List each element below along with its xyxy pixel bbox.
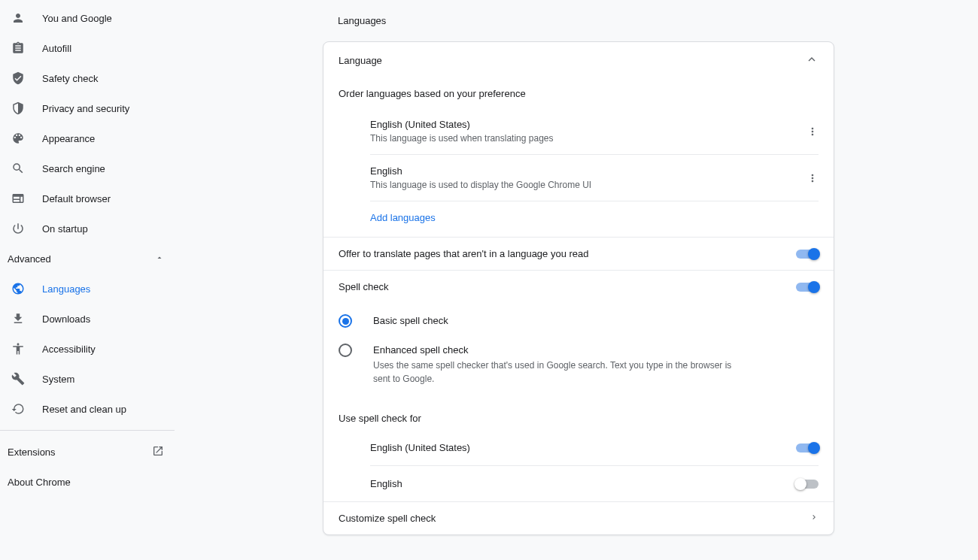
content-column: Languages Language Order languages based… (323, 15, 834, 535)
sidebar-item-label: Search engine (42, 163, 105, 174)
sidebar-item-label: Autofill (42, 43, 71, 54)
sidebar-item-label: System (42, 374, 74, 385)
person-icon (11, 11, 26, 26)
spellcheck-language-name: English (United States) (370, 442, 470, 453)
sidebar-item-system[interactable]: System (0, 364, 179, 394)
language-desc: This language is used to display the Goo… (370, 180, 591, 190)
spellcheck-language-name: English (370, 478, 402, 489)
language-name: English (United States) (370, 119, 554, 130)
restore-icon (11, 401, 26, 416)
radio-enhanced-desc: Uses the same spell checker that's used … (373, 359, 734, 386)
spellcheck-toggle[interactable] (796, 283, 819, 292)
use-spellcheck-for-label: Use spell check for (323, 405, 834, 430)
customize-spellcheck-label: Customize spell check (339, 513, 436, 524)
language-item: English (United States) This language is… (370, 108, 819, 155)
order-preference-text: Order languages based on your preference (323, 79, 834, 108)
language-header-label: Language (339, 55, 382, 66)
language-item: English This language is used to display… (370, 155, 819, 201)
sidebar-item-reset[interactable]: Reset and clean up (0, 394, 179, 424)
translate-offer-toggle[interactable] (796, 250, 819, 259)
sidebar-item-appearance[interactable]: Appearance (0, 123, 179, 153)
spellcheck-language-item: English (370, 466, 819, 501)
radio-basic-label: Basic spell check (373, 315, 448, 326)
sidebar-item-label: You and Google (42, 13, 112, 24)
sidebar-item-label: Reset and clean up (42, 404, 126, 415)
sidebar-item-label: Default browser (42, 193, 111, 204)
sidebar-item-label: Downloads (42, 313, 90, 325)
spellcheck-language-list: English (United States) English (323, 430, 834, 501)
language-desc: This language is used when translating p… (370, 133, 554, 144)
settings-sidebar: You and Google Autofill Safety check Pri… (0, 0, 179, 560)
spellcheck-lang-toggle[interactable] (796, 480, 819, 489)
shield-check-icon (11, 71, 26, 86)
sidebar-item-on-startup[interactable]: On startup (0, 213, 179, 244)
sidebar-item-label: Appearance (42, 133, 95, 144)
power-icon (11, 221, 26, 236)
palette-icon (11, 131, 26, 146)
sidebar-advanced-toggle[interactable]: Advanced (0, 244, 179, 274)
spellcheck-header-row: Spell check (323, 270, 834, 303)
chevron-right-icon (809, 513, 819, 524)
sidebar-item-safety-check[interactable]: Safety check (0, 63, 179, 93)
translate-offer-label: Offer to translate pages that aren't in … (339, 248, 589, 259)
sidebar-divider (0, 430, 175, 431)
radio-enhanced-spellcheck[interactable]: Enhanced spell check Uses the same spell… (339, 337, 819, 393)
sidebar-item-extensions[interactable]: Extensions (0, 437, 179, 467)
language-section-header[interactable]: Language (323, 42, 834, 79)
web-icon (11, 191, 26, 206)
radio-icon (339, 314, 354, 329)
sidebar-item-label: On startup (42, 223, 88, 235)
sidebar-item-label: Accessibility (42, 344, 96, 355)
translate-offer-row: Offer to translate pages that aren't in … (323, 237, 834, 270)
extensions-label: Extensions (8, 446, 56, 458)
sidebar-item-languages[interactable]: Languages (0, 274, 179, 304)
languages-card: Language Order languages based on your p… (323, 41, 834, 535)
advanced-label: Advanced (8, 253, 51, 265)
globe-icon (11, 281, 26, 296)
more-vert-icon[interactable] (806, 126, 819, 138)
more-vert-icon[interactable] (806, 172, 819, 184)
language-name: English (370, 165, 591, 177)
page-title: Languages (323, 15, 834, 26)
sidebar-item-label: Privacy and security (42, 103, 129, 114)
sidebar-item-privacy[interactable]: Privacy and security (0, 93, 179, 123)
language-list: English (United States) This language is… (323, 108, 834, 237)
sidebar-item-search-engine[interactable]: Search engine (0, 153, 179, 183)
spellcheck-language-item: English (United States) (370, 430, 819, 466)
radio-basic-spellcheck[interactable]: Basic spell check (339, 307, 819, 337)
sidebar-item-autofill[interactable]: Autofill (0, 33, 179, 63)
about-label: About Chrome (8, 477, 71, 488)
shield-icon (11, 101, 26, 116)
spellcheck-lang-toggle[interactable] (796, 443, 819, 453)
chevron-up-icon (155, 253, 164, 265)
sidebar-item-label: Languages (42, 283, 90, 295)
chevron-up-icon (805, 53, 819, 68)
spellcheck-header-label: Spell check (339, 281, 388, 292)
sidebar-item-accessibility[interactable]: Accessibility (0, 334, 179, 364)
sidebar-item-label: Safety check (42, 73, 98, 84)
radio-icon (339, 344, 354, 359)
sidebar-item-about[interactable]: About Chrome (0, 467, 179, 497)
wrench-icon (11, 371, 26, 386)
customize-spellcheck-row[interactable]: Customize spell check (323, 501, 834, 534)
sidebar-item-downloads[interactable]: Downloads (0, 304, 179, 334)
search-icon (11, 161, 26, 176)
clipboard-icon (11, 41, 26, 56)
radio-enhanced-label: Enhanced spell check (373, 344, 734, 356)
accessibility-icon (11, 341, 26, 356)
main-content: Languages Language Order languages based… (179, 0, 978, 560)
sidebar-item-default-browser[interactable]: Default browser (0, 183, 179, 213)
sidebar-item-you-and-google[interactable]: You and Google (0, 3, 179, 33)
open-in-new-icon (152, 445, 164, 459)
add-languages-link[interactable]: Add languages (370, 201, 819, 234)
download-icon (11, 311, 26, 326)
spellcheck-radio-group: Basic spell check Enhanced spell check U… (323, 303, 834, 405)
